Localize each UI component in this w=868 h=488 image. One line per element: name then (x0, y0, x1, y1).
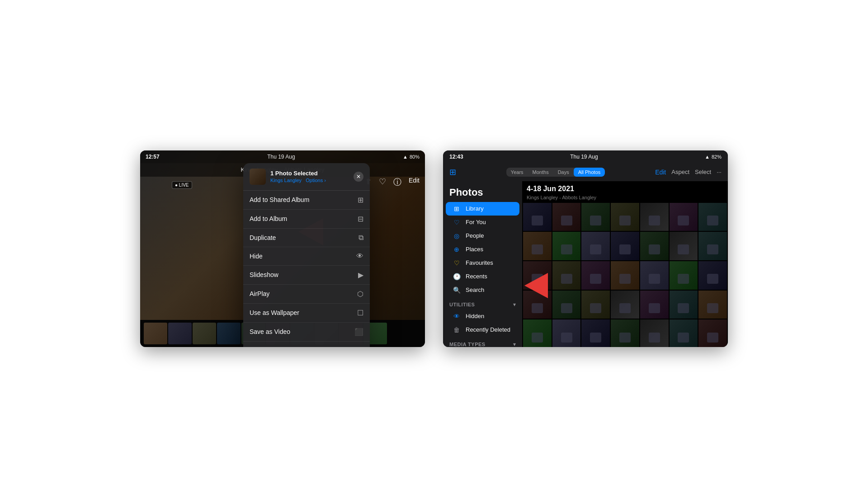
add-to-album-label: Add to Album (250, 215, 287, 222)
sidebar-library-label: Library (466, 205, 484, 212)
sidebar-item-library[interactable]: ⊞ Library (446, 202, 519, 216)
filmstrip-thumb[interactable] (193, 323, 216, 344)
use-as-wallpaper-item[interactable]: Use as Wallpaper ☐ (243, 304, 370, 323)
add-to-album-item[interactable]: Add to Album ⊟ (243, 210, 370, 229)
photo-grid-area: 4-18 Jun 2021 Kings Langley - Abbots Lan… (522, 181, 728, 347)
context-menu-options[interactable]: Options (306, 178, 323, 183)
photo-cell[interactable] (552, 232, 581, 260)
sidebar-item-hidden[interactable]: 👁 Hidden (446, 310, 519, 323)
search-icon: 🔍 (452, 286, 461, 294)
context-menu-location: Kings Langley (270, 178, 302, 183)
sidebar-item-recents[interactable]: 🕐 Recents (446, 270, 519, 283)
save-as-video-item[interactable]: Save as Video ⬛ (243, 323, 370, 342)
photo-cell[interactable] (670, 203, 698, 231)
info-icon[interactable]: ⓘ (393, 177, 401, 188)
add-shared-icon: ⊞ (358, 196, 363, 204)
photo-cell[interactable] (611, 291, 639, 319)
days-toggle[interactable]: Days (553, 168, 574, 177)
photo-cell[interactable] (698, 203, 727, 231)
sidebar-people-label: People (466, 232, 484, 239)
photo-cell[interactable] (640, 319, 669, 347)
sidebar-title: Photos (443, 185, 522, 202)
photo-cell[interactable] (698, 291, 727, 319)
photo-grid-subtitle: Kings Langley - Abbots Langley (522, 195, 728, 203)
live-badge: ● LIVE (172, 181, 192, 189)
context-menu-info: 1 Photo Selected Kings Langley Options › (270, 170, 354, 183)
photo-cell[interactable] (670, 261, 698, 290)
photo-cell[interactable] (523, 319, 552, 347)
sidebar-item-search[interactable]: 🔍 Search (446, 283, 519, 297)
utilities-section-header: Utilities ▾ (443, 297, 522, 310)
right-wifi-icon: ▲ (705, 154, 710, 160)
photo-cell[interactable] (670, 232, 698, 260)
photo-cell[interactable] (581, 291, 610, 319)
photo-cell[interactable] (640, 291, 669, 319)
photo-cell[interactable] (611, 232, 639, 260)
utilities-chevron[interactable]: ▾ (513, 301, 516, 308)
photo-cell[interactable] (523, 203, 552, 231)
photo-cell[interactable] (611, 261, 639, 290)
context-menu-title: 1 Photo Selected (270, 170, 354, 177)
sidebar-item-favourites[interactable]: ♡ Favourites (446, 256, 519, 270)
view-mode-toggles: Years Months Days All Photos (506, 168, 605, 177)
photo-cell[interactable] (581, 319, 610, 347)
library-icon: ⊞ (452, 205, 461, 212)
filmstrip-thumb[interactable] (168, 323, 192, 344)
add-to-shared-album-label: Add to Shared Album (250, 196, 309, 203)
filmstrip-thumb[interactable] (144, 323, 167, 344)
photo-cell[interactable] (640, 232, 669, 260)
photo-cell[interactable] (670, 319, 698, 347)
screen-container: 12:57 Thu 19 Aug ▲ 80% Kings Langley – A… (140, 150, 728, 347)
right-time: 12:43 (449, 154, 463, 160)
photo-cell[interactable] (581, 261, 610, 290)
photo-cell[interactable] (670, 291, 698, 319)
sidebar-item-places[interactable]: ⊕ Places (446, 243, 519, 256)
right-status-bar: 12:43 Thu 19 Aug ▲ 82% (443, 150, 728, 163)
utilities-title: Utilities (449, 302, 475, 307)
sidebar-for-you-label: For You (466, 219, 486, 225)
photo-cell[interactable] (640, 261, 669, 290)
edit-button[interactable]: Edit (409, 177, 420, 188)
photos-square-icon[interactable]: ⊞ (449, 167, 456, 177)
photo-cell[interactable] (523, 232, 552, 260)
photo-cell[interactable] (611, 203, 639, 231)
add-to-shared-album-item[interactable]: Add to Shared Album ⊞ (243, 191, 370, 210)
photo-cell[interactable] (611, 319, 639, 347)
duplicate-item[interactable]: Duplicate ⧉ (243, 229, 370, 247)
months-toggle[interactable]: Months (528, 168, 553, 177)
more-button[interactable]: ··· (717, 169, 722, 175)
sidebar-places-label: Places (466, 246, 483, 253)
edit-toolbar-button[interactable]: Edit (655, 169, 666, 176)
airplay-icon: ⬡ (357, 290, 363, 298)
photo-cell[interactable] (552, 319, 581, 347)
right-toolbar: ⊞ Years Months Days All Photos Edit Aspe… (443, 163, 728, 181)
photo-cell[interactable] (698, 319, 727, 347)
photo-cell[interactable] (698, 261, 727, 290)
photo-cell[interactable] (552, 291, 581, 319)
hide-item[interactable]: Hide 👁 (243, 247, 370, 266)
sidebar-item-for-you[interactable]: ♡ For You (446, 216, 519, 229)
photo-cell[interactable] (552, 203, 581, 231)
photo-cell[interactable] (581, 232, 610, 260)
photo-cell[interactable] (552, 261, 581, 290)
airplay-item[interactable]: AirPlay ⬡ (243, 285, 370, 304)
photo-cell[interactable] (581, 203, 610, 231)
slideshow-item[interactable]: Slideshow ▶ (243, 266, 370, 285)
sidebar-item-recently-deleted[interactable]: 🗑 Recently Deleted (446, 323, 519, 337)
filmstrip-thumb[interactable] (217, 323, 241, 344)
copy-icloud-link-item[interactable]: Copy iCloud Link ☁ (243, 342, 370, 347)
sidebar-favourites-label: Favourites (466, 259, 493, 266)
sidebar-recents-label: Recents (466, 273, 487, 280)
photo-cell[interactable] (640, 203, 669, 231)
close-button[interactable]: ✕ (354, 172, 363, 182)
media-types-chevron[interactable]: ▾ (513, 341, 516, 347)
photo-cell[interactable] (698, 232, 727, 260)
media-types-section-header: Media Types ▾ (443, 337, 522, 347)
aspect-button[interactable]: Aspect (671, 169, 689, 175)
heart-icon[interactable]: ♡ (379, 177, 386, 188)
sidebar: Photos ⊞ Library ♡ For You ◎ People ⊕ Pl… (443, 181, 522, 347)
all-photos-toggle[interactable]: All Photos (574, 168, 605, 177)
sidebar-item-people[interactable]: ◎ People (446, 229, 519, 243)
select-button[interactable]: Select (695, 169, 711, 175)
years-toggle[interactable]: Years (506, 168, 528, 177)
